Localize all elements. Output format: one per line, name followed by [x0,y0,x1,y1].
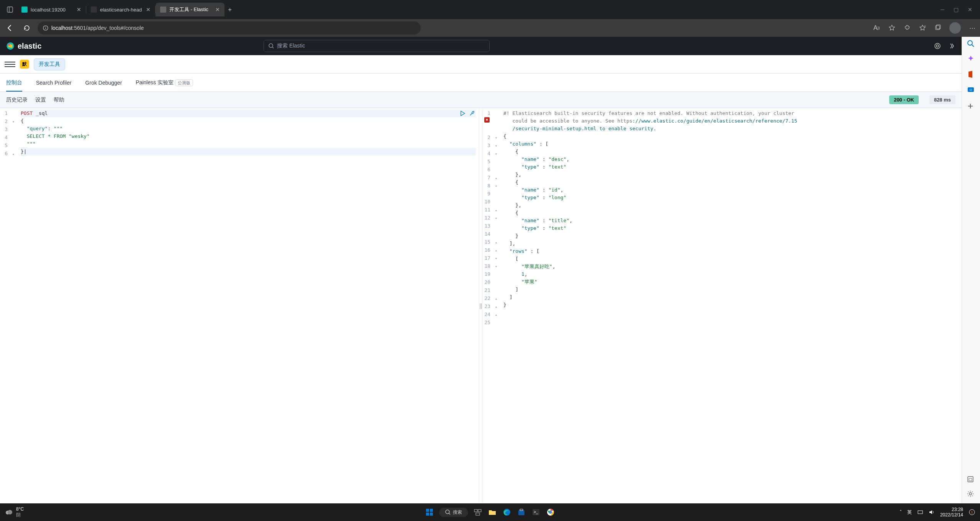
explorer-icon[interactable] [487,507,497,517]
back-button[interactable] [4,22,16,34]
devtools-tabs: 控制台Search ProfilerGrok DebuggerPainless … [0,74,962,92]
maximize-button[interactable]: ▢ [954,7,959,13]
svg-point-25 [8,510,12,514]
kibana-breadcrumb-bar: 默 开发工具 [0,55,962,74]
volume-icon[interactable] [929,509,935,515]
weather-temp: 8°C [16,506,24,512]
svg-line-10 [972,45,974,47]
svg-rect-32 [474,510,477,512]
elastic-brand-text: elastic [18,42,41,51]
new-tab-button[interactable]: ＋ [225,6,235,14]
tab-close-icon[interactable]: ✕ [77,7,81,13]
svg-point-20 [269,44,273,48]
collections-icon[interactable] [934,24,942,32]
browser-tab-2[interactable]: 开发工具 - Elastic✕ [156,3,225,16]
minimize-button[interactable]: ─ [941,7,944,13]
request-code[interactable]: POST _sql{ "query": """ SELECT * FROM "w… [18,108,479,503]
more-menu-icon[interactable]: ⋯ [969,24,976,32]
response-code[interactable]: #! Elasticsearch built-in security featu… [500,108,962,503]
terminal-icon[interactable]: >_ [531,507,541,517]
devtools-tab-1[interactable]: Search Profiler [36,74,72,91]
svg-point-17 [969,493,972,495]
sidebar-screenshot-icon[interactable] [967,476,975,484]
ime-indicator[interactable]: 英 [907,509,912,516]
window-controls: ─ ▢ ✕ [941,7,977,13]
help-link[interactable]: 帮助 [54,97,64,103]
request-gutter: 1 2 ▾3 4 5 6 ▴ [0,108,18,503]
response-gutter: 1 2 ▾3 ▾4 ▾5 6 7 ▴8 ▾9 10 11 ▴12 ▾13 14 … [483,108,500,503]
browser-tab-1[interactable]: elasticsearch-head✕ [86,3,155,16]
tray-chevron-icon[interactable]: ˄ [900,510,902,515]
elastic-logo[interactable]: elastic [6,42,41,51]
network-icon[interactable] [917,509,923,515]
sidebar-outlook-icon[interactable]: O [967,86,975,94]
svg-rect-8 [936,25,941,29]
nav-menu-button[interactable] [5,59,15,70]
task-view-icon[interactable] [473,507,483,517]
tab-actions-icon[interactable] [3,3,17,16]
history-link[interactable]: 历史记录 [6,97,28,103]
kibana-topbar: elastic 搜索 Elastic [0,37,962,55]
request-options-button[interactable] [469,110,475,116]
sidebar-settings-icon[interactable] [967,490,975,499]
profile-avatar[interactable] [949,22,961,34]
response-time-badge: 828 ms [929,95,955,104]
response-pane[interactable]: 1 2 ▾3 ▾4 ▾5 6 7 ▴8 ▾9 10 11 ▴12 ▾13 14 … [483,108,962,503]
read-aloud-icon[interactable]: A)) [873,24,880,32]
close-window-button[interactable]: ✕ [968,7,972,13]
chrome-icon[interactable] [546,507,556,517]
taskbar-search[interactable]: 搜索 [439,508,468,517]
url-input[interactable]: localhost:5601/app/dev_tools#/console [38,21,421,34]
svg-point-30 [446,510,449,514]
error-marker-icon: ✖ [484,117,490,123]
svg-point-19 [8,44,10,46]
browser-tab-0[interactable]: localhost:19200✕ [17,3,86,16]
svg-line-21 [272,47,274,48]
svg-text:>_: >_ [534,510,538,514]
svg-rect-27 [430,509,433,512]
notification-icon[interactable]: 1 [969,509,975,516]
sidebar-search-icon[interactable] [967,40,975,48]
start-button[interactable] [424,507,434,517]
run-request-button[interactable] [460,110,466,116]
tab-close-icon[interactable]: ✕ [215,7,220,13]
system-clock[interactable]: 23:28 2022/12/14 [940,507,963,518]
svg-text:O: O [969,88,972,92]
breadcrumb-devtools[interactable]: 开发工具 [34,58,65,70]
svg-rect-0 [7,7,13,12]
help-icon[interactable] [949,43,955,49]
store-icon[interactable] [516,507,526,517]
kibana-app: elastic 搜索 Elastic 默 开发工具 控制台Search Prof… [0,37,962,503]
devtools-tab-0[interactable]: 控制台 [6,74,22,92]
tab-close-icon[interactable]: ✕ [146,7,151,13]
extensions-icon[interactable] [903,24,911,32]
pane-splitter[interactable]: ‖ [479,108,483,503]
newsfeed-icon[interactable] [934,43,941,49]
devtools-tab-3[interactable]: Painless 实验室公测版 [136,74,193,92]
kibana-search-placeholder: 搜索 Elastic [277,43,305,49]
favorites-list-icon[interactable] [919,24,926,32]
devtools-tab-2[interactable]: Grok Debugger [85,74,122,91]
favorites-add-icon[interactable] [888,24,896,32]
sidebar-office-icon[interactable] [967,70,975,79]
refresh-button[interactable] [21,22,33,34]
settings-link[interactable]: 设置 [35,97,46,103]
edge-right-sidebar: O [962,37,980,503]
kibana-search-input[interactable]: 搜索 Elastic [264,40,490,52]
windows-taskbar: 8°C 阴 搜索 >_ ˄ 英 23:28 2022/12/14 1 [0,503,980,521]
request-pane[interactable]: 1 2 ▾3 4 5 6 ▴ POST _sql{ "query": """ S… [0,108,479,503]
svg-rect-7 [936,26,940,30]
svg-point-4 [45,26,46,27]
sidebar-plus-icon[interactable] [967,103,975,111]
weather-cond: 阴 [16,512,24,518]
weather-widget[interactable]: 8°C 阴 [5,506,24,518]
svg-point-9 [968,41,972,45]
edge-icon[interactable] [502,507,512,517]
clock-time: 23:28 [940,507,963,512]
svg-rect-15 [968,477,973,482]
sidebar-ai-icon[interactable] [967,55,975,64]
clock-date: 2022/12/14 [940,512,963,518]
info-icon [43,25,48,31]
space-badge[interactable]: 默 [20,60,29,69]
svg-rect-29 [430,513,433,516]
